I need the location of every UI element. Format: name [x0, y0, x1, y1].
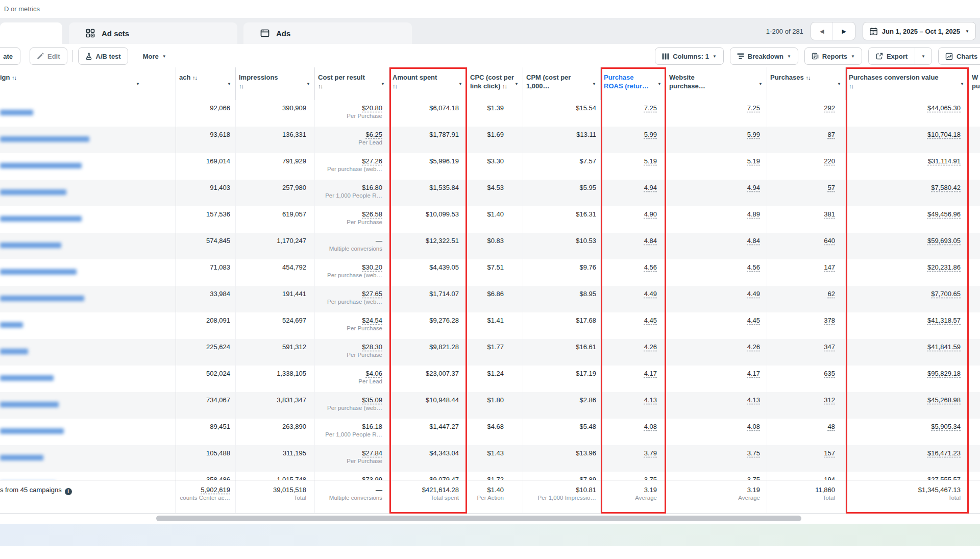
roas-value[interactable]: 4.90 [644, 210, 657, 218]
export-options-button[interactable]: ▼ [915, 48, 932, 64]
website-value[interactable]: 4.84 [747, 237, 760, 245]
chevron-down-icon[interactable]: ▼ [136, 80, 140, 88]
campaign-name-cell[interactable] [0, 445, 176, 472]
scrollbar-thumb[interactable] [156, 516, 801, 521]
roas-value[interactable]: 3.75 [644, 476, 657, 480]
chevron-down-icon[interactable]: ▼ [381, 80, 385, 88]
chevron-down-icon[interactable]: ▼ [458, 80, 462, 88]
roas-value[interactable]: 4.13 [644, 396, 657, 404]
value-value[interactable]: $49,456.96 [927, 210, 961, 218]
purchases-value[interactable]: 220 [824, 157, 835, 165]
roas-value[interactable]: 4.84 [644, 237, 657, 245]
website-value[interactable]: 4.49 [747, 290, 760, 298]
result-value[interactable]: $24.54 [362, 317, 382, 324]
export-button[interactable]: Export [869, 48, 915, 64]
reports-button[interactable]: Reports ▼ [804, 47, 862, 65]
purchases-value[interactable]: 381 [824, 210, 835, 218]
column-header-purchases[interactable]: Purchases ↑↓▼ [767, 67, 846, 100]
column-header-campaign[interactable]: ign ↑↓▼ [0, 67, 176, 100]
roas-value[interactable]: 5.99 [644, 131, 657, 138]
result-value[interactable]: $6.25 [365, 131, 382, 138]
chevron-down-icon[interactable]: ▼ [592, 80, 596, 88]
website-value[interactable]: 4.94 [747, 184, 760, 191]
campaign-name-cell[interactable] [0, 233, 176, 259]
value-value[interactable]: $7,700.65 [931, 290, 961, 298]
tab-campaigns[interactable] [0, 22, 62, 44]
tab-ads[interactable]: Ads [243, 22, 412, 44]
chevron-down-icon[interactable]: ▼ [960, 80, 964, 88]
value-value[interactable]: $7,580.42 [931, 184, 961, 191]
result-value[interactable]: $27.65 [362, 290, 382, 298]
campaign-name-cell[interactable] [0, 392, 176, 419]
campaign-name-cell[interactable] [0, 472, 176, 480]
result-value[interactable]: $26.58 [362, 210, 382, 218]
value-value[interactable]: $16,471.23 [927, 449, 961, 457]
column-header-purchase_roas[interactable]: PurchaseROAS (retur…▼ [601, 67, 666, 100]
totals-reach-value[interactable]: 5,902,619 [201, 486, 230, 494]
column-header-cost_per_result[interactable]: Cost per result↑↓▼ [315, 67, 389, 100]
campaign-name-cell[interactable] [0, 312, 176, 339]
result-value[interactable]: $35.09 [362, 396, 382, 404]
roas-value[interactable]: 4.94 [644, 184, 657, 191]
website-value[interactable]: 5.19 [747, 157, 760, 165]
campaign-name-redacted[interactable] [0, 216, 82, 222]
website-value[interactable]: 4.13 [747, 396, 760, 404]
value-value[interactable]: $27,555.57 [927, 476, 961, 480]
campaign-name-redacted[interactable] [0, 242, 61, 248]
campaign-name-redacted[interactable] [0, 269, 77, 275]
purchases-value[interactable]: 292 [824, 104, 835, 112]
column-header-purchases_conversion_value[interactable]: Purchases conversion value↑↓▼ [846, 67, 969, 100]
purchases-value[interactable]: 194 [824, 476, 835, 480]
charts-button[interactable]: Charts [938, 47, 980, 65]
purchases-value[interactable]: 635 [824, 370, 835, 377]
result-value[interactable]: $27.84 [362, 449, 382, 457]
column-header-cpc[interactable]: CPC (cost perlink click) ↑↓▼ [467, 67, 523, 100]
campaign-name-redacted[interactable] [0, 402, 59, 407]
column-header-impressions[interactable]: Impressions↑↓▼ [236, 67, 315, 100]
date-range-button[interactable]: Jun 1, 2025 – Oct 1, 2025 ▼ [863, 22, 976, 40]
website-value[interactable]: 4.17 [747, 370, 760, 377]
roas-value[interactable]: 4.08 [644, 423, 657, 430]
purchases-value[interactable]: 48 [828, 423, 835, 430]
campaign-name-cell[interactable] [0, 419, 176, 445]
next-page-button[interactable]: ▶ [832, 22, 855, 40]
prev-page-button[interactable]: ◀ [811, 22, 833, 40]
roas-value[interactable]: 3.79 [644, 449, 657, 457]
edit-button[interactable]: Edit [30, 47, 67, 65]
sort-icon[interactable]: ↑↓ [239, 83, 243, 89]
purchases-value[interactable]: 62 [828, 290, 835, 298]
website-value[interactable]: 5.99 [747, 131, 760, 138]
campaign-name-cell[interactable] [0, 100, 176, 127]
result-value[interactable]: $20.80 [362, 104, 382, 112]
campaign-name-redacted[interactable] [0, 110, 33, 115]
column-header-next_clipped[interactable]: Wpu [969, 67, 980, 100]
chevron-down-icon[interactable]: ▼ [657, 80, 662, 88]
ab-test-button[interactable]: A/B test [78, 47, 128, 65]
result-value[interactable]: $73.99 [362, 476, 382, 480]
campaign-name-cell[interactable] [0, 366, 176, 392]
search-bar[interactable]: D or metrics [0, 0, 980, 18]
purchases-value[interactable]: 57 [828, 184, 835, 191]
purchases-value[interactable]: 147 [824, 263, 835, 271]
value-value[interactable]: $44,065.30 [927, 104, 961, 112]
column-header-cpm[interactable]: CPM (cost per1,000…▼ [523, 67, 601, 100]
campaign-name-cell[interactable] [0, 286, 176, 312]
campaign-name-redacted[interactable] [0, 375, 54, 381]
campaign-name-redacted[interactable] [0, 136, 89, 142]
website-value[interactable]: 7.25 [747, 104, 760, 112]
roas-value[interactable]: 4.17 [644, 370, 657, 377]
website-value[interactable]: 4.56 [747, 263, 760, 271]
chevron-down-icon[interactable]: ▼ [758, 80, 763, 88]
columns-button[interactable]: Columns: 1 ▼ [655, 47, 724, 65]
campaign-name-cell[interactable] [0, 180, 176, 206]
info-icon[interactable]: i [65, 488, 72, 495]
purchases-value[interactable]: 378 [824, 317, 835, 324]
value-value[interactable]: $31,114.91 [928, 157, 961, 165]
sort-icon[interactable]: ↑↓ [805, 75, 810, 81]
campaign-name-redacted[interactable] [0, 428, 64, 434]
breakdown-button[interactable]: Breakdown ▼ [730, 47, 798, 65]
value-value[interactable]: $59,693.05 [927, 237, 961, 245]
value-value[interactable]: $45,268.98 [927, 396, 961, 404]
campaign-name-cell[interactable] [0, 206, 176, 233]
more-button[interactable]: More ▼ [136, 47, 173, 65]
